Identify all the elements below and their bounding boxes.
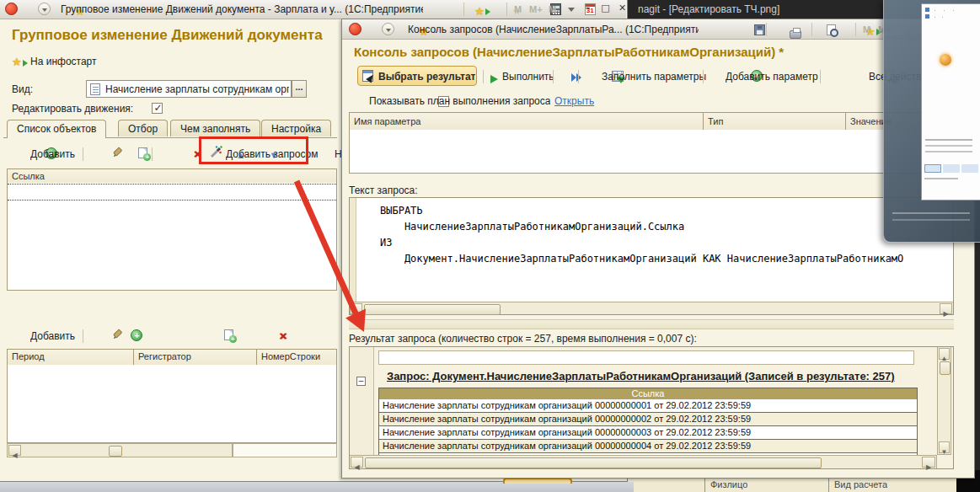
tab-fill-with[interactable]: Чем заполнять [170, 120, 260, 136]
add-object-button[interactable]: Добавить [30, 148, 75, 160]
tab-settings[interactable]: Настройка [261, 120, 331, 136]
console-titlebar[interactable]: Консоль запросов (НачислениеЗарплатыРа..… [342, 19, 974, 40]
scroll-up-button[interactable] [939, 348, 950, 360]
document-type-icon [90, 83, 100, 95]
records-table-body[interactable] [7, 365, 337, 443]
query-line: НачислениеЗарплатыРаботникамОрганизаций.… [380, 219, 950, 235]
scroll-left-button[interactable] [8, 445, 21, 456]
background-table-strip: Физлицо Вид расчета [613, 477, 956, 492]
save-icon[interactable] [754, 24, 765, 35]
result-row[interactable]: Начисление зарплаты сотрудникам организа… [378, 440, 918, 453]
select-result-button[interactable]: Выбрать результат [357, 66, 477, 86]
query-hscrollbar[interactable] [350, 302, 953, 314]
edit-movements-label: Редактировать движения: [12, 103, 133, 115]
minimize-button[interactable]: – [580, 2, 596, 16]
toolbar-caret-icon[interactable] [568, 8, 575, 12]
result-label: Результат запроса (количество строк = 25… [349, 333, 697, 345]
divider [766, 23, 767, 36]
scroll-thumb[interactable] [365, 457, 822, 468]
background-column-vidrascheta: Вид расчета [834, 479, 887, 489]
open-link[interactable]: Открыть [554, 95, 594, 107]
scroll-thumb[interactable] [109, 446, 122, 457]
annotation-red-box [199, 136, 308, 164]
copy-icon[interactable] [138, 147, 147, 158]
divider [553, 70, 554, 83]
add-favorite-icon[interactable] [474, 3, 488, 15]
view-field[interactable]: Начисление зарплаты сотрудникам орган [86, 80, 292, 98]
result-row[interactable]: Начисление зарплаты сотрудникам организа… [378, 413, 918, 426]
infostart-link[interactable]: На инфостарт [30, 56, 97, 67]
divider [83, 329, 83, 343]
group-change-titlebar[interactable]: Групповое изменение Движений документа -… [0, 0, 626, 19]
preview-text-line [924, 178, 958, 179]
result-table-header[interactable]: Ссылка [378, 388, 918, 400]
divider [506, 3, 507, 16]
parameters-table-body[interactable] [349, 130, 952, 174]
scroll-thumb[interactable] [364, 304, 501, 315]
add-parameter-button[interactable]: Добавить параметр [726, 71, 818, 83]
collapse-node-icon[interactable] [356, 377, 366, 386]
memory-mminus-button[interactable]: M- [549, 3, 560, 16]
divider [152, 147, 153, 161]
system-menu-icon[interactable] [382, 23, 394, 35]
maximize-button[interactable]: □ [597, 2, 613, 16]
divider [83, 147, 83, 161]
memory-m-button[interactable]: M [514, 3, 522, 16]
scroll-thumb[interactable] [940, 361, 951, 375]
view-select-button[interactable]: ... [292, 80, 307, 98]
query-line: Документ.НачислениеЗарплатыРаботникамОрг… [380, 251, 950, 267]
clipped-toolbar-button[interactable]: На [335, 148, 341, 160]
result-panel: Запрос: Документ.НачислениеЗарплатыРабот… [349, 346, 954, 469]
scroll-left-button[interactable] [351, 457, 363, 468]
result-hscrollbar[interactable] [350, 455, 937, 468]
edit-pencil-icon[interactable] [111, 328, 125, 341]
result-group-link[interactable]: Запрос: Документ.НачислениеЗарплатыРабот… [387, 370, 926, 382]
scroll-right-button[interactable] [940, 303, 952, 314]
memory-mplus-button[interactable]: M+ [529, 3, 543, 16]
divider [463, 3, 464, 16]
add-record-button[interactable]: Добавить [30, 330, 75, 342]
result-filter-input[interactable] [378, 350, 914, 365]
query-console-window: Консоль запросов (НачислениеЗарплатыРа..… [341, 19, 975, 479]
query-line: ИЗ [380, 235, 950, 251]
memory-m-button[interactable]: M [863, 23, 870, 36]
scroll-right-button[interactable] [922, 457, 935, 468]
edit-pencil-icon[interactable] [111, 146, 125, 159]
divider [578, 70, 579, 83]
query-line: ВЫБРАТЬ [380, 203, 950, 219]
execute-button[interactable]: Выполнить [502, 71, 554, 83]
1c-logo-icon [349, 23, 361, 35]
query-text-editor[interactable]: ВЫБРАТЬ НачислениеЗарплатыРаботникамОрга… [349, 197, 954, 315]
records-hscrollbar[interactable] [7, 443, 233, 457]
select-result-label: Выбрать результат [378, 71, 475, 83]
page-title: Групповое изменение Движений документа [12, 27, 323, 44]
records-col-linenumber[interactable]: НомерСтроки [256, 349, 337, 366]
preview-inner-panel [921, 3, 980, 201]
tab-objects-list[interactable]: Список объектов [7, 120, 106, 138]
result-vscrollbar[interactable] [937, 347, 951, 455]
preview-button-chip [924, 164, 941, 173]
records-col-period[interactable]: Период [7, 349, 134, 366]
result-row[interactable]: Начисление зарплаты сотрудникам организа… [378, 399, 918, 413]
query-text[interactable]: ВЫБРАТЬ НачислениеЗарплатыРаботникамОрга… [380, 203, 950, 297]
close-button[interactable]: ✕ [614, 2, 630, 16]
param-col-type[interactable]: Тип [703, 112, 846, 131]
preview-overlay-window [883, 0, 980, 243]
edit-movements-checkbox[interactable] [152, 103, 163, 114]
step-execute-icon[interactable] [571, 72, 582, 83]
preview-text-line [925, 139, 972, 141]
window-title: Групповое изменение Движений документа -… [61, 3, 423, 15]
copy-icon[interactable] [224, 329, 233, 340]
param-col-name[interactable]: Имя параметра [349, 112, 704, 131]
print-icon[interactable] [790, 30, 801, 39]
scroll-down-button[interactable] [939, 441, 950, 453]
system-menu-icon[interactable] [38, 3, 51, 15]
records-col-registrator[interactable]: Регистратор [133, 349, 257, 366]
print-preview-icon[interactable] [827, 24, 836, 35]
splitter-handle[interactable] [349, 319, 954, 329]
result-row[interactable]: Начисление зарплаты сотрудникам организа… [378, 426, 918, 440]
tab-filter[interactable]: Отбор [118, 120, 168, 136]
fill-parameters-button[interactable]: Заполнить параметры [602, 71, 706, 83]
divider [811, 23, 812, 36]
1c-logo-icon [5, 3, 18, 15]
